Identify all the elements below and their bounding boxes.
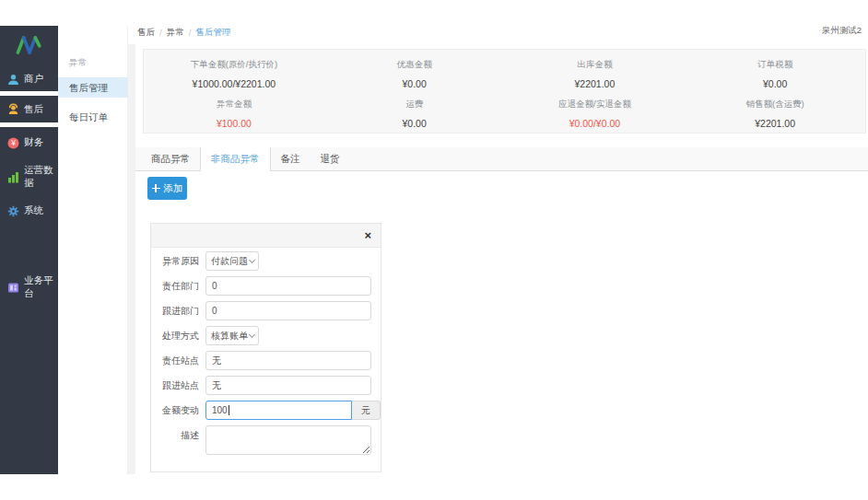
account-name[interactable]: 泉州测试2 xyxy=(822,25,862,37)
field-exception-reason: 异常原因 付款问题 xyxy=(151,251,381,271)
stat-label: 下单金额(原价/执行价) xyxy=(144,58,324,71)
chevron-down-icon xyxy=(249,331,255,338)
stat-value: ¥0.00 xyxy=(324,117,505,130)
chevron-down-icon xyxy=(249,257,255,263)
system-icon xyxy=(7,205,19,217)
finance-icon: ¥ xyxy=(7,137,19,149)
breadcrumb: 售后 / 异常 / 售后管理 xyxy=(137,27,230,39)
page: 商户 售后 ¥ 财务 xyxy=(0,0,868,500)
close-icon[interactable]: × xyxy=(364,229,371,241)
form-card-body: 异常原因 付款问题 责任部门 跟进部门 处理方式 核算账单 xyxy=(151,248,381,455)
field-follow-up-department: 跟进部门 xyxy=(151,301,381,320)
stat-label: 销售额(含运费) xyxy=(685,98,865,110)
tab-bar: 商品异常 非商品异常 备注 退货 xyxy=(135,147,868,171)
breadcrumb-item-current[interactable]: 售后管理 xyxy=(195,27,230,39)
select-value: 核算账单 xyxy=(211,330,248,343)
field-label: 处理方式 xyxy=(151,326,205,345)
responsible-department-input[interactable] xyxy=(205,276,371,296)
submenu-item-daily-orders[interactable]: 每日订单 xyxy=(58,107,128,127)
amount-value: 100 xyxy=(212,405,228,415)
field-label: 金额变动 xyxy=(151,401,205,420)
stat-label: 应退金额/实退金额 xyxy=(505,98,686,110)
description-textarea[interactable] xyxy=(205,425,371,455)
summary-col-outbound: 出库金额 ¥2201.00 应退金额/实退金额 ¥0.00/¥0.00 xyxy=(505,50,686,133)
summary-col-discount: 优惠金额 ¥0.00 运费 ¥0.00 xyxy=(324,50,505,133)
text-cursor xyxy=(229,405,229,415)
order-summary-panel: 下单金额(原价/执行价) ¥1000.00/¥2201.00 异常金额 ¥100… xyxy=(143,49,866,134)
sidebar-item-label: 业务平台 xyxy=(24,274,58,300)
stat-label: 订单税额 xyxy=(685,58,865,71)
submenu-item-label: 每日订单 xyxy=(69,111,108,122)
exception-form-card: × 异常原因 付款问题 责任部门 跟进部门 处理方式 核算 xyxy=(150,223,381,472)
stat-label: 优惠金额 xyxy=(324,58,505,71)
sidebar-item-label: 财务 xyxy=(24,136,43,149)
amount-input[interactable]: 100 xyxy=(205,401,352,420)
select-value: 付款问题 xyxy=(211,255,248,268)
stat-value: ¥0.00 xyxy=(685,77,865,90)
stat-value: ¥2201.00 xyxy=(685,117,865,130)
sidebar-item-label: 系统 xyxy=(24,204,43,217)
field-label: 责任站点 xyxy=(151,351,205,370)
secondary-sidebar: 异常 售后管理 每日订单 xyxy=(58,26,128,474)
sidebar-item-label: 商户 xyxy=(24,73,43,86)
submenu-group-label: 异常 xyxy=(69,57,87,69)
sidebar-item-label: 售后 xyxy=(24,103,43,116)
brand-logo-icon xyxy=(13,33,46,57)
primary-sidebar: 商户 售后 ¥ 财务 xyxy=(0,26,58,474)
summary-col-order-amount: 下单金额(原价/执行价) ¥1000.00/¥2201.00 异常金额 ¥100… xyxy=(144,50,324,133)
content-gutter xyxy=(128,44,135,474)
sidebar-item-label: 运营数据 xyxy=(24,164,58,190)
add-button-label: 添加 xyxy=(164,182,183,195)
brand-logo xyxy=(0,29,58,61)
field-description: 描述 xyxy=(151,425,381,455)
summary-col-tax: 订单税额 ¥0.00 销售额(含运费) ¥2201.00 xyxy=(685,50,865,133)
amount-input-group: 100 元 xyxy=(205,401,381,420)
field-responsible-department: 责任部门 xyxy=(151,276,381,296)
tab-non-product-exception[interactable]: 非商品异常 xyxy=(200,147,271,171)
tab-product-exception[interactable]: 商品异常 xyxy=(141,147,200,171)
tab-remarks[interactable]: 备注 xyxy=(271,147,311,171)
breadcrumb-separator: / xyxy=(159,28,162,38)
field-amount-change: 金额变动 100 元 xyxy=(151,401,381,420)
svg-text:¥: ¥ xyxy=(10,138,16,147)
breadcrumb-item[interactable]: 异常 xyxy=(167,27,184,39)
amount-unit-addon: 元 xyxy=(352,401,381,420)
add-button[interactable]: 添加 xyxy=(147,177,187,200)
field-follow-up-site: 跟进站点 xyxy=(151,376,381,395)
handling-method-select[interactable]: 核算账单 xyxy=(205,326,259,345)
field-label: 责任部门 xyxy=(151,276,205,296)
submenu-item-label: 售后管理 xyxy=(69,82,108,93)
breadcrumb-separator: / xyxy=(189,28,192,38)
business-icon xyxy=(7,282,19,294)
follow-up-site-input[interactable] xyxy=(205,376,371,395)
stat-value: ¥2201.00 xyxy=(505,77,686,90)
stat-value-danger: ¥100.00 xyxy=(144,117,324,130)
sidebar-item-finance[interactable]: ¥ 财务 xyxy=(0,129,58,157)
tab-returns[interactable]: 退货 xyxy=(311,147,350,171)
stat-label: 异常金额 xyxy=(144,98,324,110)
form-card-header: × xyxy=(151,224,381,248)
sidebar-item-merchant[interactable]: 商户 xyxy=(0,67,58,91)
sidebar-item-system[interactable]: 系统 xyxy=(0,197,58,225)
submenu-item-after-sales-management[interactable]: 售后管理 xyxy=(58,77,128,98)
analytics-icon xyxy=(7,171,19,183)
field-label: 跟进站点 xyxy=(151,376,205,395)
plus-icon xyxy=(152,184,160,192)
stat-value: ¥0.00 xyxy=(324,77,505,90)
exception-reason-select[interactable]: 付款问题 xyxy=(205,251,259,271)
sidebar-item-analytics[interactable]: 运营数据 xyxy=(0,163,58,191)
breadcrumb-item[interactable]: 售后 xyxy=(137,27,155,39)
after-sales-icon xyxy=(7,103,19,115)
field-label: 描述 xyxy=(151,425,205,445)
merchant-icon xyxy=(7,74,19,86)
sidebar-item-after-sales[interactable]: 售后 xyxy=(0,96,58,122)
field-handling-method: 处理方式 核算账单 xyxy=(151,326,381,345)
field-responsible-site: 责任站点 xyxy=(151,351,381,370)
sidebar-item-business-platform[interactable]: 业务平台 xyxy=(0,273,58,301)
field-label: 异常原因 xyxy=(151,251,205,271)
follow-up-department-input[interactable] xyxy=(205,301,371,320)
sidebar-separator xyxy=(0,122,58,127)
stat-value: ¥1000.00/¥2201.00 xyxy=(144,77,324,90)
responsible-site-input[interactable] xyxy=(205,351,371,370)
field-label: 跟进部门 xyxy=(151,301,205,320)
